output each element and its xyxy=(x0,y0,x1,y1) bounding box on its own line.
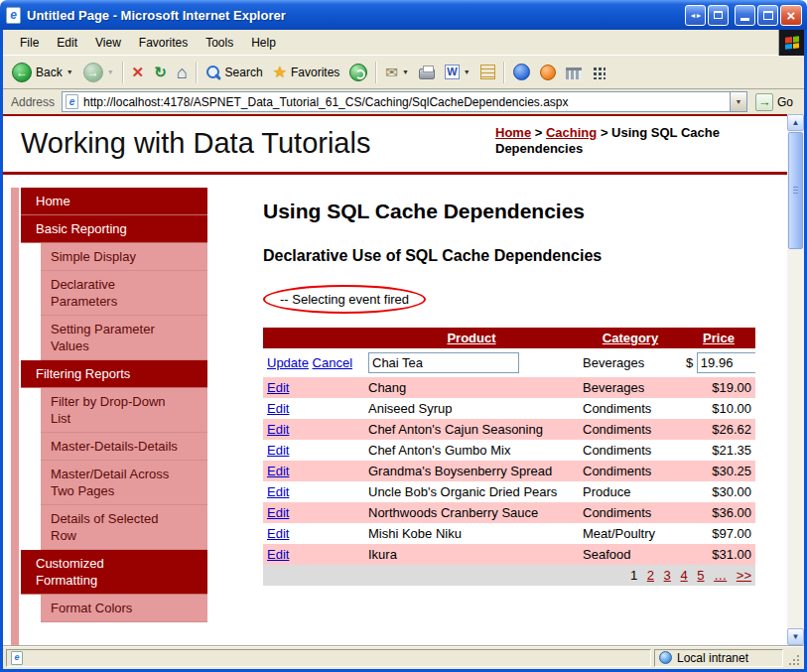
msn-button[interactable] xyxy=(535,62,561,83)
product-cell: Mishi Kobe Niku xyxy=(364,523,579,544)
sort-category-link[interactable]: Category xyxy=(603,331,658,345)
sidebar-item-declarative-parameters[interactable]: Declarative Parameters xyxy=(41,271,207,316)
pager-ellipsis-link[interactable]: … xyxy=(714,568,727,583)
edit-link[interactable]: Edit xyxy=(267,505,289,520)
window-icon xyxy=(714,11,723,19)
address-dropdown-button[interactable]: ▼ xyxy=(730,92,746,111)
update-link[interactable]: Update xyxy=(267,355,309,370)
messenger-button[interactable] xyxy=(508,61,535,83)
mail-button[interactable]: ✉ ▼ xyxy=(380,62,414,82)
sort-product-link[interactable]: Product xyxy=(447,331,495,345)
scrollbar-track[interactable] xyxy=(787,250,804,628)
maximize-icon xyxy=(763,11,773,20)
status-page-icon: e xyxy=(11,651,23,665)
grid-row: Edit Chef Anton's Cajun Seasoning Condim… xyxy=(263,419,755,440)
stop-button[interactable]: ✕ xyxy=(127,62,150,82)
sort-price-link[interactable]: Price xyxy=(703,331,735,345)
product-name-input[interactable] xyxy=(368,352,519,373)
discuss-button[interactable] xyxy=(475,62,500,82)
scrollbar-thumb[interactable] xyxy=(788,132,803,249)
edit-link[interactable]: Edit xyxy=(267,464,289,478)
menu-help[interactable]: Help xyxy=(242,31,285,55)
sidebar-item-details-of-selected-row[interactable]: Details of Selected Row xyxy=(41,505,207,550)
grid-row: Edit Ikura Seafood $31.00 xyxy=(263,544,755,565)
favorites-button[interactable]: ★ Favorites xyxy=(268,62,345,83)
close-button[interactable]: × xyxy=(780,5,802,26)
sidebar-item-basic-reporting[interactable]: Basic Reporting xyxy=(21,215,207,243)
sidebar-item-format-colors[interactable]: Format Colors xyxy=(41,595,207,622)
vertical-scrollbar[interactable]: ▲ ▼ xyxy=(787,114,804,645)
price-cell: $97.00 xyxy=(682,523,755,544)
sidebar-item-master-detail-across-two-pages[interactable]: Master/Detail Across Two Pages xyxy=(41,461,207,505)
pager-page-link[interactable]: 4 xyxy=(680,568,687,583)
back-dropdown-icon: ▼ xyxy=(67,68,73,75)
standard-buttons-toolbar: ← Back ▼ → ▼ ✕ ↻ ⌂ Search ★ Favorites xyxy=(3,56,804,89)
menu-favorites[interactable]: Favorites xyxy=(130,31,197,55)
price-cell: $36.00 xyxy=(682,502,755,523)
search-button[interactable]: Search xyxy=(201,62,268,83)
edit-link[interactable]: Edit xyxy=(267,443,289,458)
edit-link[interactable]: Edit xyxy=(267,547,289,562)
address-url-text: http://localhost:4178/ASPNET_Data_Tutori… xyxy=(83,95,730,109)
edit-link[interactable]: Edit xyxy=(267,401,289,416)
sidebar-item-home[interactable]: Home xyxy=(21,188,207,215)
pager-page-link[interactable]: 5 xyxy=(697,568,704,583)
home-button[interactable]: ⌂ xyxy=(172,61,193,84)
address-input[interactable]: e http://localhost:4178/ASPNET_Data_Tuto… xyxy=(62,91,747,112)
grid-row: Edit Chang Beverages $19.00 xyxy=(263,377,755,398)
pager-page-link[interactable]: 2 xyxy=(647,568,654,583)
status-zone-label: Local intranet xyxy=(677,651,748,665)
refresh-button[interactable]: ↻ xyxy=(149,62,172,82)
sidebar-item-filter-by-drop-down-list[interactable]: Filter by Drop-Down List xyxy=(41,388,207,433)
menu-file[interactable]: File xyxy=(11,31,48,55)
search-label: Search xyxy=(225,66,263,79)
notes-icon xyxy=(480,65,495,79)
menu-view[interactable]: View xyxy=(86,31,130,55)
status-bar: e Local intranet xyxy=(3,645,804,669)
edit-link[interactable]: Edit xyxy=(267,484,289,499)
breadcrumb-caching-link[interactable]: Caching xyxy=(546,125,597,140)
sidebar-item-master-details-details[interactable]: Master-Details-Details xyxy=(41,433,207,461)
edit-link[interactable]: Edit xyxy=(267,380,289,395)
window-panel-button[interactable] xyxy=(708,5,729,26)
home-icon: ⌂ xyxy=(177,64,188,81)
cancel-link[interactable]: Cancel xyxy=(313,355,352,370)
keypad-button[interactable] xyxy=(587,63,610,82)
edit-link[interactable]: Edit xyxy=(267,422,289,437)
sidebar-item-filtering-reports[interactable]: Filtering Reports xyxy=(21,360,207,388)
product-cell: Chef Anton's Gumbo Mix xyxy=(364,440,579,461)
maximize-button[interactable] xyxy=(757,5,778,26)
sites-button[interactable] xyxy=(561,62,587,82)
address-label: Address xyxy=(11,95,55,109)
pager-page-link[interactable]: 3 xyxy=(664,568,671,583)
grid-header-category: Category xyxy=(579,328,682,348)
window-nav-arrows-button[interactable]: ◄► xyxy=(685,5,706,26)
category-cell: Condiments xyxy=(579,419,682,440)
pager-next-link[interactable]: >> xyxy=(737,568,751,583)
edit-link[interactable]: Edit xyxy=(267,526,289,541)
grid-header-empty xyxy=(263,328,364,348)
price-cell: $30.25 xyxy=(682,461,755,481)
forward-dropdown-icon: ▼ xyxy=(107,68,114,75)
history-button[interactable] xyxy=(344,61,372,84)
stop-icon: ✕ xyxy=(132,65,145,79)
minimize-button[interactable] xyxy=(735,5,755,26)
sidebar-item-customized-formatting[interactable]: Customized Formatting xyxy=(21,550,207,595)
resize-grip[interactable] xyxy=(786,649,801,667)
forward-button[interactable]: → ▼ xyxy=(78,60,119,85)
menu-edit[interactable]: Edit xyxy=(48,31,86,55)
price-input[interactable] xyxy=(697,352,755,373)
web-page: Working with Data Tutorials Home > Cachi… xyxy=(3,114,787,645)
title-bar[interactable]: e Untitled Page - Microsoft Internet Exp… xyxy=(0,0,807,30)
menu-tools[interactable]: Tools xyxy=(197,31,242,55)
sidebar-item-simple-display[interactable]: Simple Display xyxy=(41,243,207,271)
scroll-down-button[interactable]: ▼ xyxy=(787,628,804,645)
back-button[interactable]: ← Back ▼ xyxy=(7,60,78,85)
print-button[interactable] xyxy=(414,62,440,82)
sidebar-item-setting-parameter-values[interactable]: Setting Parameter Values xyxy=(41,316,207,360)
msn-icon xyxy=(540,65,556,80)
scroll-up-button[interactable]: ▲ xyxy=(787,114,804,131)
breadcrumb-home-link[interactable]: Home xyxy=(495,125,531,140)
go-button[interactable]: → Go xyxy=(755,93,793,111)
edit-with-word-button[interactable]: W ▼ xyxy=(440,62,475,82)
